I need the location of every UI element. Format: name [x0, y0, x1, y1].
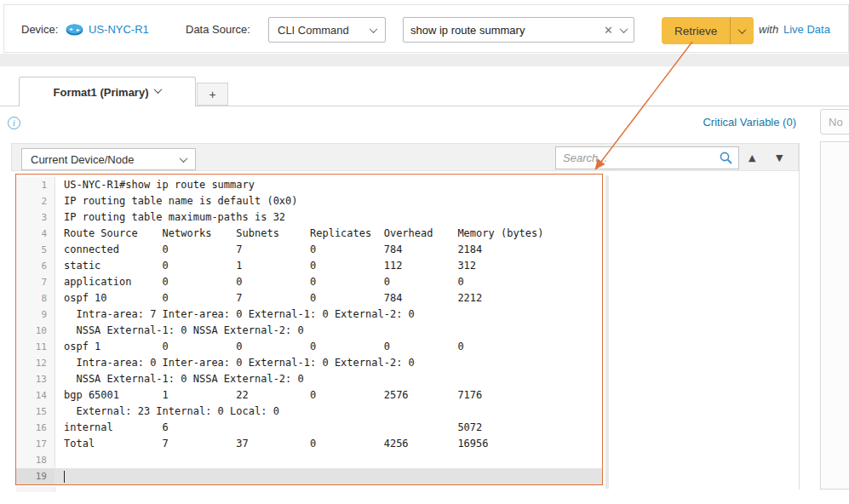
- add-tab-button[interactable]: +: [197, 83, 228, 106]
- line-number: 11: [16, 339, 55, 355]
- line-text: External: 23 Internal: 0 Local: 0: [55, 404, 279, 420]
- cli-output-editor[interactable]: 1US-NYC-R1#show ip route summary2IP rout…: [15, 174, 603, 485]
- code-line[interactable]: 10 NSSA External-1: 0 NSSA External-2: 0: [16, 323, 602, 339]
- search-input[interactable]: [563, 152, 719, 164]
- critical-variable-link[interactable]: Critical Variable (0): [703, 116, 796, 129]
- line-text: NSSA External-1: 0 NSSA External-2: 0: [55, 371, 304, 387]
- line-number: 19: [16, 468, 55, 484]
- editor-gutter-overflow: [16, 487, 55, 492]
- line-number: 14: [16, 387, 55, 404]
- data-source-label: Data Source:: [186, 5, 250, 54]
- code-line[interactable]: 17Total 7 37 0 4256 16956: [16, 436, 602, 452]
- line-number: 13: [16, 371, 55, 387]
- line-text: application 0 0 0 0 0: [55, 274, 464, 290]
- line-number: 15: [16, 404, 55, 420]
- retrieve-dropdown-button[interactable]: [730, 17, 754, 44]
- line-text: [55, 452, 64, 468]
- line-text: IP routing table name is default (0x0): [55, 193, 298, 209]
- line-number: 6: [16, 258, 55, 274]
- variable-panel: [820, 141, 849, 490]
- line-text: static 0 1 0 112 312: [55, 258, 476, 274]
- line-text: Intra-area: 0 Inter-area: 0 External-1: …: [55, 355, 415, 371]
- code-line[interactable]: 6static 0 1 0 112 312: [16, 258, 602, 274]
- line-text: ospf 10 0 7 0 784 2212: [55, 290, 482, 306]
- info-icon[interactable]: i: [8, 117, 20, 129]
- live-data-link[interactable]: Live Data: [783, 5, 830, 54]
- line-text: US-NYC-R1#show ip route summary: [55, 177, 255, 193]
- line-number: 7: [16, 274, 55, 290]
- code-line[interactable]: 16internal 6 5072: [16, 420, 602, 436]
- line-number: 16: [16, 420, 55, 436]
- command-input[interactable]: [410, 24, 600, 37]
- chevron-down-icon: [180, 154, 188, 163]
- line-text: [55, 468, 65, 484]
- code-line[interactable]: 12 Intra-area: 0 Inter-area: 0 External-…: [16, 355, 602, 371]
- line-number: 8: [16, 290, 55, 306]
- chevron-down-icon[interactable]: [620, 25, 628, 33]
- code-line[interactable]: 9 Intra-area: 7 Inter-area: 0 External-1…: [16, 306, 602, 323]
- code-line[interactable]: 4Route Source Networks Subnets Replicate…: [16, 226, 602, 242]
- line-text: ospf 1 0 0 0 0 0: [55, 339, 464, 355]
- with-label: with: [759, 5, 778, 54]
- right-panel-button[interactable]: No: [820, 109, 849, 135]
- data-source-value: CLI Command: [278, 24, 349, 37]
- code-line[interactable]: 13 NSSA External-1: 0 NSSA External-2: 0: [16, 371, 602, 387]
- chevron-down-icon: [738, 26, 747, 34]
- search-box: [555, 146, 739, 169]
- command-input-wrap: ✕: [403, 17, 634, 43]
- find-next-button[interactable]: ▼: [776, 152, 783, 163]
- code-line[interactable]: 3IP routing table maximum-paths is 32: [16, 209, 602, 226]
- line-text: connected 0 7 0 784 2184: [55, 242, 482, 258]
- line-text: bgp 65001 1 22 0 2576 7176: [55, 387, 482, 404]
- chevron-down-icon: [370, 25, 378, 33]
- code-line[interactable]: 1US-NYC-R1#show ip route summary: [16, 177, 602, 193]
- line-number: 4: [16, 226, 55, 242]
- router-icon: [66, 5, 83, 54]
- device-label: Device:: [21, 5, 58, 54]
- line-number: 12: [16, 355, 55, 371]
- line-number: 1: [16, 177, 55, 193]
- retrieve-button[interactable]: Retrieve: [662, 17, 730, 44]
- code-line[interactable]: 2IP routing table name is default (0x0): [16, 193, 602, 209]
- line-text: Route Source Networks Subnets Replicates…: [55, 226, 544, 242]
- line-number: 3: [16, 209, 55, 226]
- code-lines: 1US-NYC-R1#show ip route summary2IP rout…: [16, 177, 602, 484]
- scope-value: Current Device/Node: [31, 153, 134, 166]
- tab-label: Format1 (Primary): [54, 86, 149, 99]
- clear-icon[interactable]: ✕: [604, 24, 613, 37]
- device-name-link[interactable]: US-NYC-R1: [89, 5, 149, 54]
- line-number: 5: [16, 242, 55, 258]
- code-line[interactable]: 14bgp 65001 1 22 0 2576 7176: [16, 387, 602, 404]
- code-line[interactable]: 19: [16, 468, 602, 484]
- search-icon[interactable]: [719, 151, 733, 165]
- code-line[interactable]: 8ospf 10 0 7 0 784 2212: [16, 290, 602, 306]
- chevron-down-icon: [154, 85, 163, 94]
- code-line[interactable]: 11ospf 1 0 0 0 0 0: [16, 339, 602, 355]
- page-background-band: [0, 54, 849, 66]
- line-number: 18: [16, 452, 55, 468]
- scope-select[interactable]: Current Device/Node: [21, 148, 196, 170]
- device-toolbar: Device: US-NYC-R1 Data Source: CLI Comma…: [3, 4, 849, 53]
- find-previous-button[interactable]: ▲: [749, 152, 755, 163]
- line-text: internal 6 5072: [55, 420, 482, 436]
- data-source-select[interactable]: CLI Command: [268, 17, 386, 43]
- tab-format1-primary[interactable]: Format1 (Primary): [19, 77, 196, 106]
- line-number: 9: [16, 306, 55, 323]
- panel-divider: [799, 143, 800, 490]
- line-number: 10: [16, 323, 55, 339]
- code-line[interactable]: 5connected 0 7 0 784 2184: [16, 242, 602, 258]
- line-text: Total 7 37 0 4256 16956: [55, 436, 489, 452]
- line-text: IP routing table maximum-paths is 32: [55, 209, 285, 226]
- line-text: NSSA External-1: 0 NSSA External-2: 0: [55, 323, 304, 339]
- line-number: 2: [16, 193, 55, 209]
- line-number: 17: [16, 436, 55, 452]
- line-text: Intra-area: 7 Inter-area: 0 External-1: …: [55, 306, 415, 323]
- code-line[interactable]: 15 External: 23 Internal: 0 Local: 0: [16, 404, 602, 420]
- text-cursor: [64, 471, 65, 483]
- editor-scrollbar[interactable]: [605, 175, 609, 489]
- code-line[interactable]: 18: [16, 452, 602, 468]
- retrieve-split-button: Retrieve: [662, 17, 754, 44]
- code-line[interactable]: 7application 0 0 0 0 0: [16, 274, 602, 290]
